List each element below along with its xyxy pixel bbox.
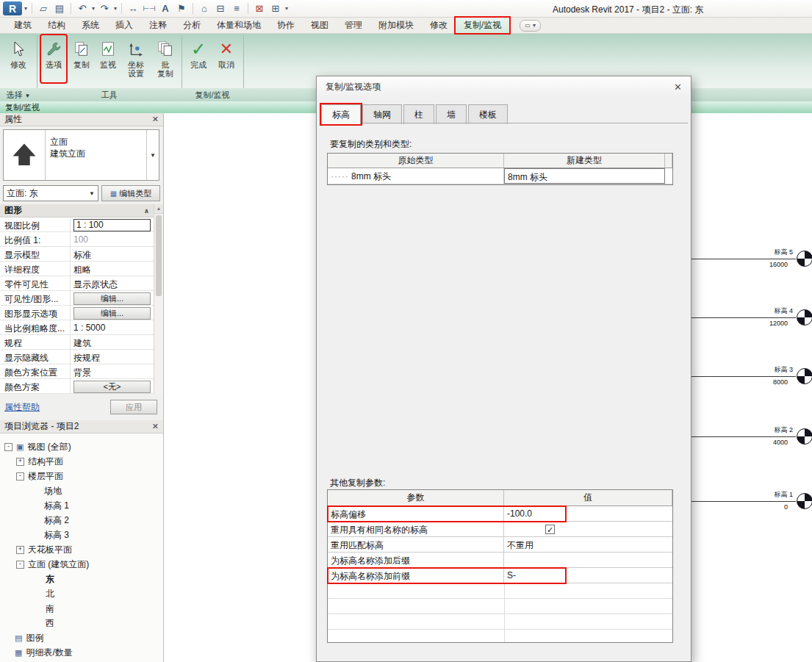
tab-view[interactable]: 视图 <box>303 18 337 33</box>
close-icon[interactable]: ✕ <box>152 422 159 431</box>
close-icon[interactable]: ✕ <box>674 82 682 93</box>
param-value[interactable]: S- <box>504 568 672 583</box>
text-icon[interactable]: A <box>158 1 173 17</box>
tab-insert[interactable]: 插入 <box>107 18 141 33</box>
tree-floor-plans[interactable]: - 楼层平面 <box>0 469 163 483</box>
expand-box-icon[interactable]: + <box>16 458 24 466</box>
tree-ceiling-plans[interactable]: + 天花板平面 <box>0 542 163 557</box>
properties-palette-header[interactable]: 属性 ✕ <box>0 113 163 126</box>
options-button[interactable]: 选项 <box>41 35 66 82</box>
properties-help-link[interactable]: 属性帮助 <box>4 401 40 414</box>
level-head-icon[interactable] <box>797 428 812 445</box>
open-icon[interactable]: ▱ <box>36 1 51 17</box>
none-button[interactable]: <无> <box>71 379 154 393</box>
graphics-section-header[interactable]: 图形 ∧ <box>0 204 154 217</box>
type-selector-caret[interactable]: ▼ <box>146 130 159 180</box>
modify-button[interactable]: 修改 <box>2 35 35 82</box>
tab-annotate[interactable]: 注释 <box>141 18 175 33</box>
level-name-label[interactable]: 标高 4 <box>774 306 793 316</box>
measure-icon[interactable]: ↔ <box>126 1 140 17</box>
coordination-settings-button[interactable]: 坐标设置 <box>122 35 150 82</box>
tree-level-1[interactable]: 标高 1 <box>0 498 163 513</box>
dialog-tab-columns[interactable]: 柱 <box>403 104 434 124</box>
close-inactive-icon[interactable]: ⊠ <box>252 1 267 17</box>
tree-west-elevation[interactable]: 西 <box>0 616 163 630</box>
dialog-title-bar[interactable]: 复制/监视选项 ✕ <box>317 76 691 97</box>
dialog-tab-walls[interactable]: 墙 <box>436 104 467 124</box>
tree-level-2[interactable]: 标高 2 <box>0 513 163 528</box>
batch-copy-button[interactable]: 批复制 <box>151 35 179 82</box>
property-value[interactable]: 按规程 <box>71 350 154 364</box>
property-value[interactable]: 建筑 <box>71 335 154 349</box>
revit-app-button[interactable]: R <box>3 1 22 15</box>
tree-south-elevation[interactable]: 南 <box>0 601 163 616</box>
default-3d-view-icon[interactable]: ⌂ <box>197 1 212 17</box>
tree-legends[interactable]: ▤ 图例 <box>0 630 163 645</box>
ribbon-display-toggle[interactable]: ▭▾ <box>520 20 541 32</box>
dialog-tab-grids[interactable]: 轴网 <box>362 104 402 124</box>
redo-caret-icon[interactable]: ▾ <box>113 5 118 12</box>
close-icon[interactable]: ✕ <box>152 115 159 124</box>
level-head-icon[interactable] <box>797 309 812 325</box>
expand-box-icon[interactable]: + <box>16 546 24 554</box>
dialog-tab-levels[interactable]: 标高 <box>321 104 361 124</box>
level-head-icon[interactable] <box>797 493 812 509</box>
tab-addins[interactable]: 附加模块 <box>370 18 422 33</box>
param-value[interactable] <box>504 553 672 567</box>
level-line[interactable] <box>687 501 796 502</box>
qat-customize-caret-icon[interactable]: ▾ <box>284 5 289 12</box>
dialog-tab-floors[interactable]: 楼板 <box>468 104 508 124</box>
level-head-icon[interactable] <box>797 368 812 384</box>
section-icon[interactable]: ⊟ <box>213 1 228 17</box>
tab-collaborate[interactable]: 协作 <box>269 18 303 33</box>
app-menu-caret-icon[interactable]: ▾ <box>24 5 28 12</box>
tree-east-elevation[interactable]: 东 <box>0 572 163 586</box>
original-type-cell[interactable]: 8mm 标头 <box>328 168 504 184</box>
param-value[interactable]: -100.0 <box>504 506 672 521</box>
tab-architecture[interactable]: 建筑 <box>6 18 40 33</box>
copy-button[interactable]: 复制 <box>69 35 94 82</box>
save-icon[interactable]: ▤ <box>52 1 67 17</box>
level-name-label[interactable]: 标高 5 <box>774 248 793 257</box>
level-line[interactable] <box>687 259 796 259</box>
level-line[interactable] <box>687 317 796 318</box>
tree-structural-plans[interactable]: + 结构平面 <box>0 454 163 469</box>
param-value[interactable]: 不重用 <box>504 537 672 552</box>
property-value[interactable]: 标准 <box>71 247 154 261</box>
tab-structure[interactable]: 结构 <box>40 18 73 33</box>
scrollbar-thumb[interactable] <box>156 215 162 296</box>
level-name-label[interactable]: 标高 3 <box>774 365 793 375</box>
tab-manage[interactable]: 管理 <box>337 18 370 33</box>
tree-elevations[interactable]: - 立面 (建筑立面) <box>0 557 163 572</box>
tree-site[interactable]: 场地 <box>0 483 163 498</box>
level-elevation-label[interactable]: 8000 <box>773 378 788 386</box>
view-filter-combobox[interactable]: 立面: 东 ▼ <box>3 185 98 201</box>
level-line[interactable] <box>687 376 796 377</box>
reuse-same-name-checkbox[interactable] <box>545 525 555 534</box>
finish-button[interactable]: ✓ 完成 <box>185 35 212 82</box>
cancel-button[interactable]: ✕ 取消 <box>213 35 240 82</box>
level-elevation-label[interactable]: 4000 <box>773 439 788 446</box>
collapse-box-icon[interactable]: - <box>4 443 12 451</box>
monitor-button[interactable]: 监视 <box>96 35 121 82</box>
switch-windows-icon[interactable]: ⊞ <box>268 1 283 17</box>
tab-modify[interactable]: 修改 <box>422 18 456 33</box>
tab-massing-site[interactable]: 体量和场地 <box>209 18 269 33</box>
undo-icon[interactable]: ↶ <box>75 1 90 17</box>
level-head-icon[interactable] <box>797 251 812 267</box>
property-value-input[interactable]: 1 : 100 <box>71 217 154 231</box>
level-elevation-label[interactable]: 12000 <box>769 320 788 327</box>
undo-caret-icon[interactable]: ▾ <box>91 5 96 12</box>
property-value[interactable]: 显示原状态 <box>71 276 154 290</box>
edit-button[interactable]: 编辑... <box>71 306 154 320</box>
collapse-box-icon[interactable]: - <box>16 472 24 481</box>
tab-systems[interactable]: 系统 <box>73 18 107 33</box>
tree-views-all[interactable]: - ▣ 视图 (全部) <box>0 439 163 454</box>
level-elevation-label[interactable]: 16000 <box>769 261 788 268</box>
level-name-label[interactable]: 标高 2 <box>774 425 793 435</box>
collapse-box-icon[interactable]: - <box>16 561 24 569</box>
select-panel-caption[interactable]: 选择 ▼ <box>0 90 37 101</box>
aligned-dimension-icon[interactable]: ⊢⊣ <box>142 1 157 17</box>
level-name-label[interactable]: 标高 1 <box>774 490 793 500</box>
level-elevation-label[interactable]: 0 <box>784 503 788 511</box>
